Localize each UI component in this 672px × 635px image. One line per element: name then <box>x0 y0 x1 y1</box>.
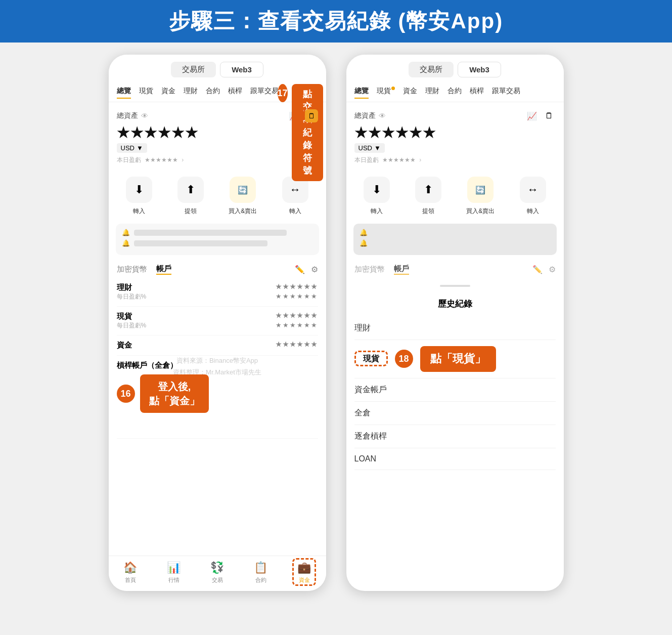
left-nav-market[interactable]: 📊 行情 <box>167 561 181 584</box>
right-transfer-in-icon: ⬇ <box>364 177 390 203</box>
eye-icon[interactable]: 👁 <box>141 112 148 120</box>
left-nav-contract[interactable]: 合約 <box>206 87 220 99</box>
left-assets-label: 總資產 <box>117 111 138 120</box>
left-action-transfer-in[interactable]: ⬇ 轉入 <box>126 177 152 216</box>
right-tab-bar: 交易所 Web3 <box>346 55 564 82</box>
page-header: 步驟三：查看交易紀錄 (幣安App) <box>0 0 672 43</box>
asset-funds-label: 資金 <box>117 341 132 350</box>
step18-tooltip: 點「現貨」 <box>430 352 486 365</box>
right-tab-exchange[interactable]: 交易所 <box>409 62 454 77</box>
right-chart-icon[interactable]: 📈 <box>525 109 539 122</box>
right-action-withdraw[interactable]: ⬆ 提領 <box>415 177 441 216</box>
right-nav-contract[interactable]: 合約 <box>447 87 462 99</box>
right-action-buy-sell[interactable]: 🔄 買入&賣出 <box>466 177 495 216</box>
right-bell-icon-1: 🔔 <box>360 229 368 236</box>
left-action-withdraw[interactable]: ⬆ 提領 <box>177 177 204 216</box>
market-icon: 📊 <box>167 561 181 574</box>
right-action-transfer-in[interactable]: ⬇ 轉入 <box>364 177 390 216</box>
left-nav-finance[interactable]: 理財 <box>184 87 198 99</box>
right-nav-leverage[interactable]: 槓桿 <box>470 87 484 99</box>
right-account-section: 加密貨幣 帳戶 ✏️ ⚙ <box>346 259 564 278</box>
scroll-indicator <box>440 285 470 287</box>
right-today-pnl: 本日盈虧 ★★★★★★ › <box>354 156 556 164</box>
right-buy-sell-icon: 🔄 <box>467 177 494 203</box>
right-spot-label[interactable]: 現貨 <box>354 351 388 366</box>
left-action-convert[interactable]: ↔ 轉入 <box>282 177 308 216</box>
left-nav-funds[interactable]: 資金 <box>161 87 175 99</box>
asset-finance-sub: 每日盈虧% <box>117 292 147 301</box>
right-nav-copy[interactable]: 跟單交易 <box>492 87 520 99</box>
right-bell-icon-2: 🔔 <box>360 239 368 247</box>
left-nav-wallet[interactable]: 💼 資金 <box>297 561 311 584</box>
right-phone: 交易所 Web3 總覽 現貨 資金 理財 合約 槓桿 跟單交易 總資產 👁 <box>346 55 564 591</box>
right-history-funds[interactable]: 資金帳戶 <box>354 378 556 402</box>
contract-icon: 📋 <box>254 561 267 574</box>
left-nav-spot[interactable]: 現貨 <box>139 87 153 99</box>
bell-icon-1: 🔔 <box>122 229 130 236</box>
step17-badge: 17 <box>278 84 288 102</box>
right-filter-icon[interactable]: ⚙ <box>549 265 556 274</box>
right-dropdown-arrow: ▼ <box>374 144 381 152</box>
right-nav-overview[interactable]: 總覽 <box>354 87 369 99</box>
left-nav-leverage[interactable]: 槓桿 <box>228 87 242 99</box>
right-history-panel: 歷史紀錄 理財 現貨 18 點「現貨」 資金帳戶 <box>346 291 564 477</box>
left-nav-trade[interactable]: 💱 交易 <box>210 561 224 584</box>
step16-tooltip-line2: 點「資金」 <box>149 395 200 406</box>
step18-badge: 18 <box>395 350 413 368</box>
left-usd-badge[interactable]: USD ▼ <box>117 143 147 153</box>
left-action-buy-sell[interactable]: 🔄 買入&賣出 <box>229 177 257 216</box>
right-history-isolated[interactable]: 逐倉槓桿 <box>354 425 556 448</box>
left-tab-crypto[interactable]: 加密貨幣 <box>117 265 147 274</box>
left-asset-row-spot: 現貨 ★★★★★★ 每日盈虧% ★★★★★★ <box>117 307 318 335</box>
left-phone: 交易所 Web3 總覽 現貨 資金 理財 合約 槓桿 跟單交易 總資產 👁 <box>109 55 326 591</box>
dropdown-arrow: ▼ <box>137 144 143 152</box>
asset-leverage-label: 槓桿帳戶（全倉） <box>117 361 177 370</box>
right-eye-icon[interactable]: 👁 <box>379 112 386 120</box>
right-tab-account[interactable]: 帳戶 <box>394 264 409 275</box>
left-tab-account[interactable]: 帳戶 <box>156 264 171 275</box>
asset-spot-sub: 每日盈虧% <box>117 321 147 330</box>
edit-icon[interactable]: ✏️ <box>295 265 305 274</box>
right-history-loan[interactable]: LOAN <box>354 448 556 470</box>
left-notif-2: 🔔 <box>122 239 313 247</box>
right-history-full-margin[interactable]: 全倉 <box>354 402 556 425</box>
left-nav-contract[interactable]: 📋 合約 <box>254 561 267 584</box>
right-tab-web3[interactable]: Web3 <box>458 62 501 77</box>
spot-dot <box>391 87 395 90</box>
left-tab-exchange[interactable]: 交易所 <box>171 62 216 77</box>
right-nav-funds[interactable]: 資金 <box>403 87 417 99</box>
right-transaction-icon[interactable]: 🗒 <box>543 109 556 122</box>
right-assets-label: 總資產 <box>354 111 376 120</box>
asset-spot-sub-value: ★★★★★★ <box>276 321 318 330</box>
left-assets-section: 總資產 👁 17 點交易紀錄 符號 📈 🗒 <box>109 102 326 168</box>
right-assets-section: 總資產 👁 📈 🗒 ★★★★★★ USD ▼ 本日盈虧 ★★★ <box>346 102 564 168</box>
left-asset-row-finance: 理財 ★★★★★★ 每日盈虧% ★★★★★★ <box>117 278 318 307</box>
transfer-in-icon: ⬇ <box>126 177 152 203</box>
left-tab-web3[interactable]: Web3 <box>220 62 263 77</box>
right-usd-badge[interactable]: USD ▼ <box>354 143 385 153</box>
right-notif-1: 🔔 <box>360 229 551 236</box>
bell-icon-2: 🔔 <box>122 239 130 247</box>
asset-spot-label: 現貨 <box>117 312 132 321</box>
left-action-buy-sell-label: 買入&賣出 <box>229 207 257 216</box>
right-nav-finance[interactable]: 理財 <box>425 87 439 99</box>
left-nav-copy[interactable]: 跟單交易 <box>250 87 279 99</box>
asset-finance-label: 理財 <box>117 283 132 292</box>
right-tab-crypto[interactable]: 加密貨幣 <box>354 265 385 274</box>
asset-finance-value: ★★★★★★ <box>276 283 318 292</box>
right-nav-spot[interactable]: 現貨 <box>377 87 395 99</box>
left-notif-area: 🔔 🔔 <box>116 224 319 255</box>
history-icon-dashed-box <box>303 108 320 124</box>
right-edit-icon[interactable]: ✏️ <box>532 265 543 274</box>
wallet-dashed-box <box>292 558 316 586</box>
page-title: 步驟三：查看交易紀錄 (幣安App) <box>12 7 660 35</box>
filter-icon[interactable]: ⚙ <box>311 265 318 274</box>
left-notif-1: 🔔 <box>122 229 313 236</box>
left-nav-home[interactable]: 🏠 首頁 <box>123 561 137 584</box>
left-action-convert-label: 轉入 <box>289 207 301 216</box>
left-account-section: 加密貨幣 帳戶 ✏️ ⚙ 資料來源：Binance幣安App 資料整理：Mr.M… <box>109 259 326 439</box>
withdraw-icon: ⬆ <box>177 177 204 203</box>
left-nav-overview[interactable]: 總覽 <box>117 87 131 99</box>
left-action-withdraw-label: 提領 <box>185 207 197 216</box>
right-action-convert[interactable]: ↔ 轉入 <box>520 177 546 216</box>
